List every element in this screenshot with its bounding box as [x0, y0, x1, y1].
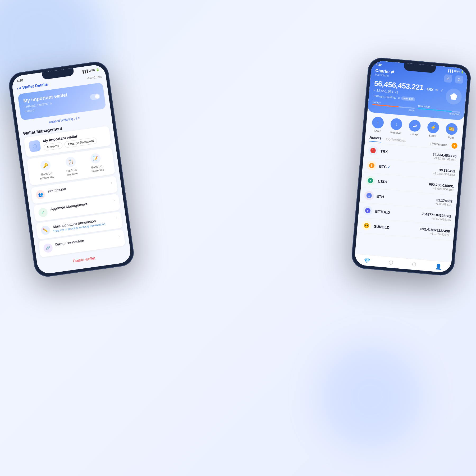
btc-logo: ₿ — [367, 160, 377, 171]
multisig-icon: ✏️ — [40, 225, 51, 235]
stake-action[interactable]: ⚡ Stake — [427, 121, 440, 138]
send-label: Send — [374, 129, 381, 133]
approval-icon: ✓ — [38, 207, 48, 217]
wifi-right: WiFi — [454, 70, 460, 73]
battery-icon: 🔋 — [96, 68, 100, 72]
asset-list: T TRX 34,234,453.126 ≈$ 2,760,842,982 — [357, 142, 461, 241]
usdt-name: USDT — [378, 179, 388, 184]
time-left: 4:20 — [17, 78, 24, 83]
receive-action[interactable]: ↓ Receive — [390, 118, 403, 135]
back-arrow: ‹ — [16, 86, 18, 90]
trx-amounts: 34,234,453.126 ≈$ 2,760,842,982 — [432, 152, 456, 161]
tab-collectibles[interactable]: Collectibles — [385, 137, 406, 144]
eth-amounts: 21.174682 ≈$ 85,885.35 — [435, 198, 453, 206]
time-right: 4:20 — [376, 63, 382, 66]
nav-chain: MainChain — [86, 75, 102, 80]
add-asset-button[interactable]: + — [451, 143, 458, 149]
bottom-nav-assets[interactable]: 💎 — [363, 257, 370, 264]
permission-icon: 👥 — [35, 190, 45, 200]
usdt-logo: ₮ — [365, 175, 376, 186]
stake-label: Stake — [429, 134, 436, 138]
battery-right: 🔋 — [461, 70, 464, 73]
bottom-nav-discover[interactable]: ⬡ — [388, 259, 393, 266]
tab-assets[interactable]: Assets — [369, 135, 382, 143]
receive-icon: ↓ — [390, 118, 403, 131]
backup-mnemonic-icon: 📝 — [90, 153, 101, 164]
bandwidth-resource: Bandwidth 4000/5000 — [418, 104, 461, 116]
stake-icon: ⚡ — [427, 121, 440, 134]
vote-icon: 🎫 — [445, 123, 458, 135]
assets-screen: 4:20 ▐▐▐ WiFi 🔋 Charlie ⇄ MainChain — [354, 60, 468, 273]
send-action[interactable]: ↑ Send — [371, 116, 384, 133]
phone-assets: 4:20 ▐▐▐ WiFi 🔋 Charlie ⇄ MainChain — [351, 57, 472, 277]
history-nav-icon: ⏱ — [411, 261, 417, 268]
permission-chevron: › — [111, 180, 113, 185]
balance-currency: TRX — [426, 87, 434, 92]
signal-icon: ▐▐▐ — [81, 70, 88, 74]
wallet-details-screen: 4:20 ▐▐▐ WiFi 🔋 ‹ < Wallet Details MainC… — [11, 64, 132, 275]
non-hd-badge: Non-HD — [401, 96, 415, 101]
copy-icon[interactable]: ⧉ — [50, 102, 52, 105]
backup-keystore-icon: 📋 — [65, 156, 76, 168]
trx-name: TRX — [380, 149, 388, 154]
receive-label: Receive — [390, 131, 401, 135]
bottom-nav: 💎 ⬡ ⏱ 👤 — [354, 254, 451, 273]
signal-right: ▐▐▐ — [447, 69, 453, 72]
swap-action[interactable]: ⇄ Swap — [408, 120, 421, 136]
wallet-avatar: ⬡ — [29, 140, 41, 152]
backup-keystore-label: Back Upkeystore — [66, 168, 78, 177]
discover-nav-icon: ⬡ — [388, 259, 393, 266]
profile-nav-icon: 👤 — [435, 263, 442, 270]
backup-keystore[interactable]: 📋 Back Upkeystore — [65, 156, 78, 177]
preference-button[interactable]: ↕ Preference — [429, 142, 447, 147]
btt-name: BTTOLD — [375, 209, 390, 215]
scan-icon[interactable]: ⊡ — [455, 75, 464, 84]
energy-resource: Energy 37/60 — [372, 100, 415, 112]
backup-mnemonic-label: Back Upmnemonic — [90, 164, 104, 173]
copy-icon-right[interactable]: ⧉ — [397, 96, 400, 100]
bottom-nav-profile[interactable]: 👤 — [435, 263, 442, 270]
btt-amounts: 2648771.04328662 ≈$ 6.77419355 — [421, 212, 451, 222]
bottom-nav-history[interactable]: ⏱ — [411, 261, 417, 268]
wifi-icon: WiFi — [89, 68, 95, 72]
vote-label: Vote — [448, 136, 454, 139]
backup-private-key[interactable]: 🔑 Back Upprivate key — [38, 159, 54, 180]
backup-mnemonic[interactable]: 📝 Back Upmnemonic — [88, 153, 104, 173]
svg-text:Ξ: Ξ — [368, 194, 370, 197]
bg-decoration-2 — [317, 344, 423, 450]
vote-action[interactable]: 🎫 Vote — [445, 123, 458, 140]
assets-nav-icon: 💎 — [363, 257, 370, 264]
btt-logo: B — [363, 205, 373, 216]
backup-private-key-icon: 🔑 — [40, 160, 51, 171]
swap-icon: ⇄ — [409, 120, 421, 132]
btc-name: BTC ✓ — [379, 164, 391, 169]
transfer-icon[interactable]: ⇄ — [444, 74, 452, 83]
btc-amounts: 30.810455 ≈$ 1555,934,813 — [433, 167, 455, 176]
eth-name: ETH — [376, 194, 384, 199]
svg-text:B: B — [367, 210, 369, 212]
svg-text:😎: 😎 — [364, 223, 368, 227]
sun-logo: 😎 — [361, 221, 372, 231]
dapp-icon: 🔗 — [43, 243, 53, 253]
sun-amounts: 692.418878222498 ≈$ 13.5483871 — [420, 227, 450, 236]
header-action-icons: ⇄ ⊡ — [444, 74, 463, 84]
scene: 4:20 ▐▐▐ WiFi 🔋 ‹ < Wallet Details MainC… — [0, 0, 476, 476]
rename-button[interactable]: Rename — [43, 142, 63, 151]
permission-label: Permission — [48, 181, 108, 193]
phone-wallet-details: 4:20 ▐▐▐ WiFi 🔋 ‹ < Wallet Details MainC… — [7, 60, 136, 278]
trx-logo: T — [368, 145, 378, 156]
eye-icon[interactable]: 👁 — [435, 88, 439, 92]
tron-logo: ⬟ — [445, 88, 462, 105]
eth-logo: Ξ — [364, 190, 374, 201]
backup-private-key-label: Back Upprivate key — [39, 171, 54, 181]
multisig-chevron: › — [116, 216, 118, 221]
expand-icon[interactable]: ⤢ — [440, 88, 444, 93]
approval-chevron: › — [113, 198, 115, 203]
wallet-address-right: THPwer...5wtFYC — [373, 94, 396, 99]
svg-text:₿: ₿ — [371, 164, 373, 167]
send-icon: ↑ — [372, 116, 384, 129]
status-icons-right: ▐▐▐ WiFi 🔋 — [447, 69, 464, 73]
dapp-chevron: › — [118, 234, 120, 239]
dapp-label: DApp Connection — [55, 234, 116, 247]
sun-name: SUNOLD — [374, 224, 390, 230]
